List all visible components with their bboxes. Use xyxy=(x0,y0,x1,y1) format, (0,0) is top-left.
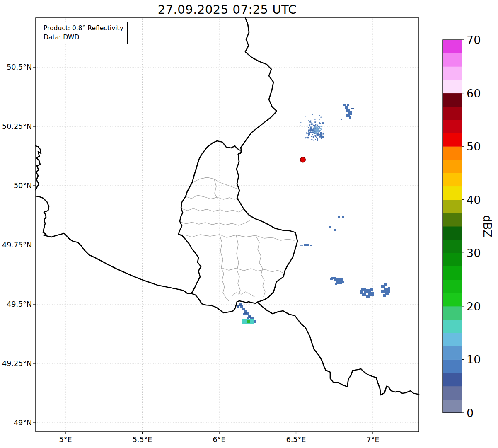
colorbar-tick-label: 40 xyxy=(467,193,481,206)
colorbar-tick-label: 30 xyxy=(467,247,481,259)
lat-tick-label: 49.25°N xyxy=(1,359,32,368)
lat-tick-label: 49.75°N xyxy=(1,241,32,249)
lon-tick-label: 5°E xyxy=(49,436,82,444)
lat-tick-label: 49.5°N xyxy=(1,300,32,308)
product-info-line2: Data: DWD xyxy=(44,33,123,42)
lon-tick-label: 6.5°E xyxy=(280,436,313,444)
radar-site-marker xyxy=(300,157,305,162)
lon-tick-label: 6°E xyxy=(203,436,236,444)
lat-tick-label: 50.25°N xyxy=(1,122,32,131)
axis-ticks xyxy=(33,67,373,434)
lat-tick-label: 50°N xyxy=(1,182,32,190)
radar-map-figure: 27.09.2025 07:25 UTC Product: 0.8° Refle… xyxy=(0,0,498,448)
colorbar-tick-label: 10 xyxy=(467,353,481,366)
product-info-box: Product: 0.8° Reflectivity Data: DWD xyxy=(40,22,128,44)
product-info-line1: Product: 0.8° Reflectivity xyxy=(44,24,123,33)
colorbar-tick-label: 60 xyxy=(467,87,481,99)
lon-tick-label: 7°E xyxy=(356,436,389,444)
colorbar xyxy=(443,40,464,413)
lat-tick-label: 49°N xyxy=(1,419,32,427)
colorbar-tick-label: 0 xyxy=(467,407,474,419)
colorbar-tick-label: 50 xyxy=(467,140,481,153)
lon-tick-label: 5.5°E xyxy=(126,436,159,444)
radar-echoes xyxy=(237,104,390,324)
colorbar-tick-label: 70 xyxy=(467,34,481,46)
map-plot-area xyxy=(0,0,498,448)
lat-tick-label: 50.5°N xyxy=(1,63,32,71)
canton-borders xyxy=(179,177,294,301)
country-borders xyxy=(36,18,419,395)
colorbar-tick-label: 20 xyxy=(467,300,481,312)
colorbar-unit-label: dBZ xyxy=(481,215,494,237)
